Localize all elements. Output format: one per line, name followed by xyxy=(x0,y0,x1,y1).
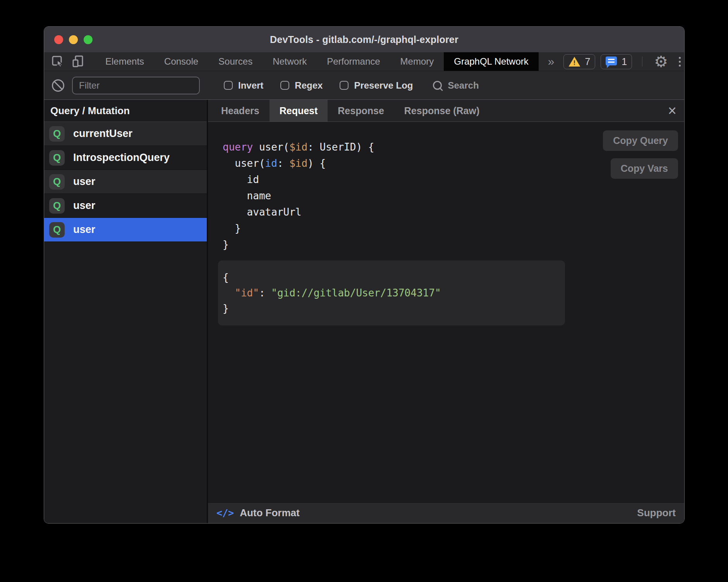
settings-gear-button[interactable]: ⚙ xyxy=(652,54,670,69)
support-link[interactable]: Support xyxy=(637,507,676,519)
tab-graphql-network[interactable]: GraphQL Network xyxy=(444,52,539,71)
query-item-user[interactable]: Quser xyxy=(44,170,207,194)
query-type-badge: Q xyxy=(49,174,65,190)
zoom-window-button[interactable] xyxy=(84,35,93,44)
checkbox-box-preserve-log[interactable] xyxy=(340,81,349,90)
query-item-label: IntrospectionQuery xyxy=(73,152,170,164)
code-line: } xyxy=(223,236,684,253)
search-icon xyxy=(433,81,442,90)
panel-tabs: ElementsConsoleSourcesNetworkPerformance… xyxy=(95,52,444,71)
status-bar: </> Auto Format Support xyxy=(208,502,684,523)
tab-console[interactable]: Console xyxy=(154,52,208,71)
traffic-lights xyxy=(54,27,93,52)
tab-request[interactable]: Request xyxy=(270,100,328,122)
toolbar-icon-group xyxy=(44,52,86,71)
auto-format-button[interactable]: </> Auto Format xyxy=(216,507,300,519)
checkbox-label-invert: Invert xyxy=(238,80,263,91)
code-line: } xyxy=(223,301,556,316)
device-toolbar-icon xyxy=(72,55,86,68)
query-item-introspectionquery[interactable]: QIntrospectionQuery xyxy=(44,146,207,170)
request-panel: HeadersRequestResponseResponse (Raw) × q… xyxy=(208,100,684,523)
query-type-badge: Q xyxy=(49,198,65,214)
checkbox-label-regex: Regex xyxy=(295,80,323,91)
request-content: query user($id: UserID) { user(id: $id) … xyxy=(208,122,684,502)
titlebar: DevTools - gitlab.com/-/graphql-explorer xyxy=(44,27,684,52)
menu-kebab-button[interactable] xyxy=(675,57,685,67)
checkbox-invert[interactable]: Invert xyxy=(224,80,263,91)
search-label: Search xyxy=(448,80,479,91)
checkbox-label-preserve-log: Preserve Log xyxy=(354,80,413,91)
warning-icon: ! xyxy=(568,56,580,67)
query-item-label: user xyxy=(73,176,95,188)
code-line: } xyxy=(223,220,684,236)
tab-performance[interactable]: Performance xyxy=(317,52,390,71)
device-toolbar-button[interactable] xyxy=(71,54,86,69)
messages-badge[interactable]: 1 xyxy=(601,54,632,69)
query-item-label: user xyxy=(73,200,95,212)
sidebar-header: Query / Mutation xyxy=(44,100,207,122)
checkbox-preserve-log[interactable]: Preserve Log xyxy=(340,80,413,91)
query-item-user[interactable]: Quser xyxy=(44,194,207,218)
more-tabs-chevron[interactable]: » xyxy=(539,52,564,71)
checkbox-box-invert[interactable] xyxy=(224,81,233,90)
toolbar-right-group: ! 7 1 ⚙ xyxy=(563,52,685,71)
code-line: { xyxy=(223,270,556,285)
copy-buttons: Copy Query Copy Vars xyxy=(603,130,678,179)
clear-filter-icon[interactable] xyxy=(52,79,64,92)
tab-sources[interactable]: Sources xyxy=(208,52,263,71)
filter-checkboxes: InvertRegexPreserve Log xyxy=(224,80,413,91)
query-item-currentuser[interactable]: QcurrentUser xyxy=(44,122,207,146)
query-variables-box: { "id": "gid://gitlab/User/13704317"} xyxy=(218,260,565,325)
code-line: "id": "gid://gitlab/User/13704317" xyxy=(223,285,556,301)
query-item-label: currentUser xyxy=(73,128,132,140)
devtools-toolbar: ElementsConsoleSourcesNetworkPerformance… xyxy=(44,52,684,71)
code-line: name xyxy=(223,188,684,204)
query-item-label: user xyxy=(73,224,95,236)
tab-network[interactable]: Network xyxy=(263,52,317,71)
main-area: Query / Mutation QcurrentUserQIntrospect… xyxy=(44,100,684,523)
devtools-window: DevTools - gitlab.com/-/graphql-explorer… xyxy=(44,26,685,524)
warning-count: 7 xyxy=(585,56,590,67)
checkbox-regex[interactable]: Regex xyxy=(280,80,323,91)
filter-bar: InvertRegexPreserve Log Search xyxy=(44,71,684,100)
filter-input[interactable] xyxy=(72,77,200,94)
query-list-sidebar: Query / Mutation QcurrentUserQIntrospect… xyxy=(44,100,207,523)
code-line: avatarUrl xyxy=(223,204,684,220)
close-window-button[interactable] xyxy=(54,35,63,44)
query-list: QcurrentUserQIntrospectionQueryQuserQuse… xyxy=(44,122,207,242)
request-tabs: HeadersRequestResponseResponse (Raw) × xyxy=(208,100,684,122)
query-type-badge: Q xyxy=(49,150,65,166)
auto-format-label: Auto Format xyxy=(240,507,300,519)
tab-headers[interactable]: Headers xyxy=(211,100,270,122)
tab-elements[interactable]: Elements xyxy=(95,52,154,71)
warnings-badge[interactable]: ! 7 xyxy=(563,54,595,69)
toolbar-separator xyxy=(642,56,642,67)
inspect-cursor-icon xyxy=(51,55,65,68)
tab-response-raw[interactable]: Response (Raw) xyxy=(394,100,489,122)
checkbox-box-regex[interactable] xyxy=(280,81,289,90)
query-item-user[interactable]: Quser xyxy=(44,218,207,242)
query-type-badge: Q xyxy=(49,126,65,142)
request-tab-list: HeadersRequestResponseResponse (Raw) xyxy=(211,100,489,122)
tab-memory[interactable]: Memory xyxy=(390,52,444,71)
minimize-window-button[interactable] xyxy=(69,35,78,44)
tab-response[interactable]: Response xyxy=(328,100,394,122)
close-panel-button[interactable]: × xyxy=(660,100,684,122)
copy-vars-button[interactable]: Copy Vars xyxy=(611,158,678,179)
window-title: DevTools - gitlab.com/-/graphql-explorer xyxy=(270,34,458,45)
message-count: 1 xyxy=(622,56,627,67)
code-icon: </> xyxy=(216,507,234,519)
copy-query-button[interactable]: Copy Query xyxy=(603,130,678,151)
inspect-element-button[interactable] xyxy=(50,54,65,69)
search-button[interactable]: Search xyxy=(433,80,479,91)
message-bubble-icon xyxy=(606,56,617,65)
query-type-badge: Q xyxy=(49,222,65,238)
